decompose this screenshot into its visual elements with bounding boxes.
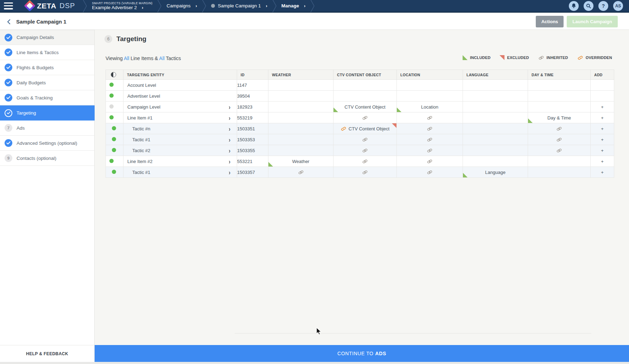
search-button[interactable] xyxy=(584,1,593,11)
included-triangle-icon xyxy=(528,118,533,123)
zeta-dsp-logo[interactable]: ZETA DSP xyxy=(26,2,75,10)
breadcrumb-item[interactable]: Manage› xyxy=(277,0,311,12)
sidebar-item-label: Daily Budgets xyxy=(17,80,46,85)
entity-name: Campaign Level xyxy=(127,104,229,110)
continue-to-ads-button[interactable]: CONTINUE TO ADS xyxy=(95,345,629,362)
add-targeting-button[interactable]: + xyxy=(591,156,614,167)
check-circle-outline-icon xyxy=(5,109,12,117)
section-title: Targeting xyxy=(116,35,146,43)
sidebar-item-advanced-settings-optional[interactable]: Advanced Settings (optional) xyxy=(0,136,94,151)
breadcrumb-item[interactable]: Campaigns› xyxy=(161,0,202,12)
add-targeting-button[interactable]: + xyxy=(591,123,614,134)
breadcrumb-divider xyxy=(157,0,161,12)
legend-label: INCLUDED xyxy=(470,56,490,60)
column-header-language: LANGUAGE xyxy=(463,70,528,80)
cell-ctv xyxy=(333,112,397,123)
cell-targeting-entity: Advertiser Level xyxy=(123,91,237,102)
cell-weather xyxy=(268,112,333,123)
row-expand-chevron[interactable]: › xyxy=(229,114,230,122)
contrast-toggle-icon[interactable] xyxy=(111,72,116,77)
breadcrumb-divider xyxy=(272,0,277,12)
cell-ctv xyxy=(333,80,397,91)
sidebar-item-targeting[interactable]: Targeting xyxy=(0,105,99,121)
breadcrumb-label: Sample Campaign 1 xyxy=(218,3,261,8)
notifications-bell-button[interactable] xyxy=(569,1,579,11)
inherited-icon xyxy=(427,126,433,131)
row-expand-chevron[interactable]: › xyxy=(229,136,230,143)
help-button[interactable]: ? xyxy=(598,1,608,11)
back-chevron-icon xyxy=(6,18,11,25)
cell-weather xyxy=(268,80,333,91)
cell-daytime xyxy=(528,102,591,112)
cell-language: Language xyxy=(463,167,528,178)
check-circle-icon xyxy=(5,79,12,86)
row-expand-chevron[interactable]: › xyxy=(229,158,230,165)
row-expand-chevron[interactable]: › xyxy=(229,125,230,132)
cell-status xyxy=(106,91,123,102)
overridden-icon xyxy=(341,126,347,131)
breadcrumb-divider xyxy=(202,0,206,12)
brand-zeta: ZETA xyxy=(37,2,56,10)
all-line-items-link[interactable]: All xyxy=(124,56,129,61)
cell-language xyxy=(463,123,528,134)
add-targeting-button[interactable]: + xyxy=(591,145,614,156)
help-feedback-button[interactable]: HELP & FEEDBACK xyxy=(0,345,95,362)
cell-weather xyxy=(268,145,333,156)
top-navigation-bar: ZETA DSP SMART PROJECTS (VARIABLE MARGIN… xyxy=(0,0,629,13)
add-targeting-button[interactable]: + xyxy=(591,112,614,123)
sidebar-item-contacts-optional[interactable]: 9Contacts (optional) xyxy=(0,151,94,166)
cell-add-empty xyxy=(591,91,614,102)
inherited-icon xyxy=(556,126,562,131)
legend-label: EXCLUDED xyxy=(507,56,529,60)
actions-button[interactable]: Actions xyxy=(536,16,564,27)
excluded-triangle-icon xyxy=(392,123,396,128)
check-circle-icon xyxy=(5,34,12,41)
sidebar-item-goals-tracking[interactable]: Goals & Tracking xyxy=(0,90,94,105)
inherited-icon xyxy=(427,116,433,120)
legend-label: INHERITED xyxy=(547,56,568,60)
cell-weather xyxy=(268,123,333,134)
entity-name: Account Level xyxy=(127,83,230,88)
all-tactics-link[interactable]: All xyxy=(159,56,165,61)
sidebar-item-ads[interactable]: 7Ads xyxy=(0,121,94,136)
cell-id: 553221 xyxy=(237,156,268,167)
legend-item-excluded: EXCLUDED xyxy=(500,55,529,60)
add-targeting-button[interactable]: + xyxy=(591,134,614,145)
sidebar-item-daily-budgets[interactable]: Daily Budgets xyxy=(0,75,94,90)
back-button[interactable] xyxy=(6,18,11,25)
inherited-icon xyxy=(362,159,368,164)
user-avatar[interactable]: AS xyxy=(613,1,623,11)
cell-language xyxy=(463,134,528,145)
row-expand-chevron[interactable]: › xyxy=(229,147,230,154)
cell-location xyxy=(397,123,463,134)
add-targeting-button[interactable]: + xyxy=(591,102,614,112)
cell-location xyxy=(397,80,463,91)
table-scroll-track[interactable] xyxy=(235,333,591,333)
targeting-value: CTV Content Object xyxy=(344,104,385,110)
cell-language xyxy=(463,102,528,112)
breadcrumb-item[interactable]: SMART PROJECTS (VARIABLE MARGIN)Example … xyxy=(87,0,157,12)
row-expand-chevron[interactable]: › xyxy=(229,169,230,176)
inherited-icon xyxy=(427,137,433,142)
status-dot-icon xyxy=(211,4,215,8)
targeting-value: Location xyxy=(421,104,438,110)
sidebar-item-line-items-tactics[interactable]: Line Items & Tactics xyxy=(0,45,94,60)
sidebar-item-flights-budgets[interactable]: Flights & Budgets xyxy=(0,60,94,75)
step-number-circle: 7 xyxy=(5,124,12,132)
row-expand-chevron[interactable]: › xyxy=(229,103,230,111)
hamburger-menu-icon[interactable] xyxy=(4,2,13,9)
included-triangle-icon xyxy=(268,162,273,167)
add-targeting-button[interactable]: + xyxy=(591,167,614,178)
breadcrumb-item[interactable]: Sample Campaign 1› xyxy=(206,0,272,12)
launch-campaign-button[interactable]: Launch Campaign xyxy=(567,16,618,27)
cell-location xyxy=(397,112,463,123)
sidebar-item-label: Ads xyxy=(17,125,25,131)
sidebar-item-campaign-details[interactable]: Campaign Details xyxy=(0,30,94,45)
cell-language xyxy=(463,91,528,102)
legend-item-inherited: INHERITED xyxy=(538,56,568,60)
cell-daytime xyxy=(528,167,591,178)
cell-ctv xyxy=(333,167,397,178)
inherited-icon xyxy=(298,170,304,175)
inherited-icon xyxy=(362,148,368,153)
cell-status xyxy=(106,112,123,123)
